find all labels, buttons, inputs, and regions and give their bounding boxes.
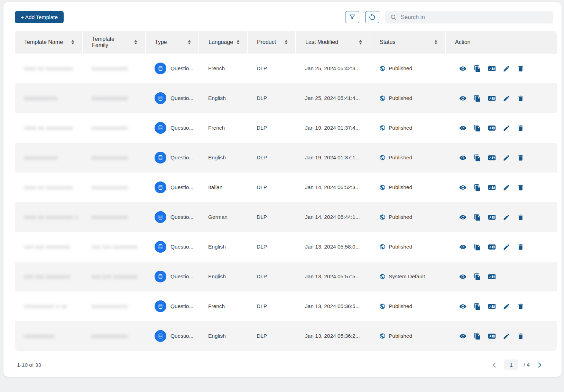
- globe-icon: [379, 155, 386, 161]
- copy-button[interactable]: [474, 154, 481, 161]
- current-page-indicator[interactable]: 1: [504, 360, 518, 370]
- copy-button[interactable]: [474, 333, 481, 340]
- language-cell: French: [199, 113, 247, 143]
- template-name-redacted: xxxxxxxxxx x xx: [24, 303, 67, 309]
- sort-icon[interactable]: [134, 40, 137, 45]
- sort-icon[interactable]: [434, 40, 437, 45]
- refresh-button[interactable]: [365, 11, 379, 23]
- copy-button[interactable]: [474, 184, 481, 191]
- last-modified-cell: Jan 13, 2024 05:57:5...: [296, 262, 370, 291]
- view-button[interactable]: [459, 94, 467, 102]
- delete-button[interactable]: [517, 214, 524, 221]
- translate-button[interactable]: A Z: [488, 302, 496, 310]
- view-button[interactable]: [459, 332, 467, 340]
- view-button[interactable]: [459, 154, 467, 162]
- translate-button[interactable]: A Z: [488, 65, 496, 73]
- translate-button[interactable]: A Z: [488, 124, 496, 132]
- edit-button[interactable]: [503, 65, 510, 72]
- column-header-last-modified[interactable]: Last Modified: [296, 31, 370, 54]
- column-header-type[interactable]: Type: [145, 31, 199, 54]
- edit-button[interactable]: [503, 303, 510, 310]
- translate-button[interactable]: A Z: [488, 332, 496, 340]
- globe-icon: [379, 125, 386, 131]
- copy-button[interactable]: [474, 214, 481, 221]
- svg-text:A: A: [489, 305, 492, 308]
- search-input[interactable]: [401, 14, 548, 20]
- sort-icon[interactable]: [285, 40, 288, 45]
- column-header-language[interactable]: Language: [199, 31, 247, 54]
- translate-button[interactable]: A Z: [488, 213, 496, 221]
- template-family-redacted: xxxxxxxxxxxx: [92, 95, 128, 101]
- template-name-redacted: xxxx xx xxxxxxxxx: [24, 65, 73, 71]
- column-header-template-family[interactable]: Template Family: [82, 31, 145, 54]
- delete-button[interactable]: [517, 124, 524, 132]
- column-label: Template Name: [24, 39, 63, 45]
- add-template-button[interactable]: + Add Template: [15, 11, 64, 23]
- view-button[interactable]: [459, 302, 467, 310]
- translate-button[interactable]: A Z: [488, 273, 496, 281]
- delete-button[interactable]: [517, 184, 524, 191]
- product-cell: DLP: [247, 202, 296, 232]
- sort-icon[interactable]: [237, 40, 240, 45]
- edit-button[interactable]: [503, 333, 510, 340]
- sort-icon[interactable]: [359, 40, 362, 45]
- copy-button[interactable]: [474, 273, 481, 280]
- delete-button[interactable]: [517, 95, 524, 102]
- next-page-button[interactable]: [535, 361, 544, 369]
- svg-text:A: A: [489, 96, 492, 100]
- view-button[interactable]: [459, 243, 467, 251]
- globe-icon: [379, 273, 386, 280]
- view-button[interactable]: [459, 213, 467, 221]
- copy-button[interactable]: [474, 124, 481, 132]
- previous-page-button[interactable]: [490, 361, 499, 369]
- view-button[interactable]: [459, 124, 467, 132]
- product-cell: DLP: [247, 321, 296, 351]
- table-row: xxxx xx xxxxxxxxx xxxxxxxxxxxx Questio..…: [15, 113, 557, 143]
- column-header-product[interactable]: Product: [247, 31, 296, 54]
- edit-button[interactable]: [503, 243, 510, 251]
- status-label: System Default: [389, 273, 425, 280]
- product-cell: DLP: [247, 232, 296, 262]
- view-button[interactable]: [459, 184, 467, 192]
- edit-button[interactable]: [503, 214, 510, 221]
- questionnaire-type-icon: [155, 92, 166, 104]
- delete-button[interactable]: [517, 333, 524, 340]
- translate-button[interactable]: A Z: [488, 94, 496, 102]
- refresh-icon: [369, 13, 376, 21]
- sort-icon[interactable]: [188, 40, 191, 45]
- language-cell: English: [199, 143, 247, 172]
- template-type-label: Questio...: [170, 65, 193, 72]
- view-button[interactable]: [459, 65, 467, 73]
- translate-button[interactable]: A Z: [488, 243, 496, 251]
- copy-button[interactable]: [474, 303, 481, 310]
- last-modified-cell: Jan 13, 2024 05:36:5...: [296, 291, 370, 321]
- delete-button[interactable]: [517, 303, 524, 310]
- svg-text:A: A: [489, 215, 492, 219]
- status-label: Published: [389, 214, 412, 220]
- copy-button[interactable]: [474, 65, 481, 72]
- edit-button[interactable]: [503, 184, 510, 191]
- translate-button[interactable]: A Z: [488, 184, 496, 192]
- edit-button[interactable]: [503, 154, 510, 161]
- delete-button[interactable]: [517, 243, 524, 251]
- filter-button[interactable]: [345, 11, 359, 23]
- svg-text:Z: Z: [493, 334, 494, 337]
- view-button[interactable]: [459, 273, 467, 281]
- table-header-row: Template NameTemplate FamilyTypeLanguage…: [15, 31, 557, 54]
- copy-button[interactable]: [474, 243, 481, 251]
- product-cell: DLP: [247, 262, 296, 291]
- translate-button[interactable]: A Z: [488, 154, 496, 162]
- sort-icon[interactable]: [71, 40, 74, 45]
- delete-button[interactable]: [517, 154, 524, 161]
- svg-text:A: A: [489, 245, 492, 249]
- copy-button[interactable]: [474, 95, 481, 102]
- last-modified-cell: Jan 25, 2024 05:42:3...: [296, 54, 370, 83]
- column-header-status[interactable]: Status: [370, 31, 445, 54]
- column-header-template-name[interactable]: Template Name: [15, 31, 82, 54]
- template-type-label: Questio...: [170, 95, 193, 101]
- edit-button[interactable]: [503, 124, 510, 132]
- table-row: xxx xxx xxxxxxxx xxx xxx xxxxxxxx Questi…: [15, 232, 557, 262]
- delete-button[interactable]: [517, 65, 524, 72]
- edit-button[interactable]: [503, 95, 510, 102]
- language-cell: French: [199, 54, 247, 83]
